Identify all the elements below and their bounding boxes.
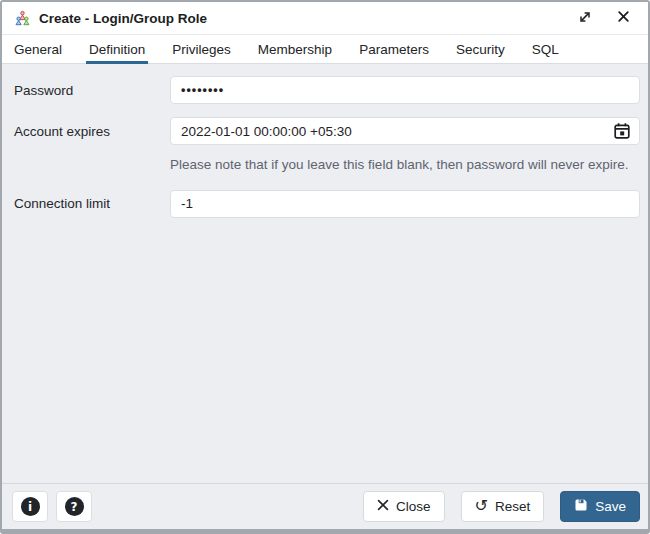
- info-icon: i: [21, 497, 40, 516]
- tab-parameters[interactable]: Parameters: [359, 35, 429, 63]
- dialog-title: Create - Login/Group Role: [39, 11, 207, 26]
- account-expires-input[interactable]: [170, 117, 640, 145]
- titlebar: Create - Login/Group Role: [2, 2, 648, 35]
- account-expires-field-wrap: [170, 117, 640, 145]
- connection-limit-row: Connection limit: [14, 190, 640, 218]
- create-login-group-role-dialog: Create - Login/Group Role General Defini…: [0, 0, 650, 534]
- tab-privileges[interactable]: Privileges: [172, 35, 231, 63]
- close-window-button[interactable]: [612, 7, 634, 29]
- tab-sql[interactable]: SQL: [532, 35, 559, 63]
- rotate-ccw-icon: ↺: [475, 498, 488, 514]
- close-icon: [617, 10, 630, 26]
- floppy-disk-icon: [574, 498, 588, 515]
- account-expires-help-text: Please note that if you leave this field…: [170, 154, 632, 177]
- calendar-icon[interactable]: [612, 121, 632, 141]
- tab-membership[interactable]: Membership: [258, 35, 332, 63]
- sql-help-button[interactable]: i: [12, 491, 48, 522]
- maximize-button[interactable]: [574, 7, 596, 29]
- tab-general[interactable]: General: [14, 35, 62, 63]
- definition-tab-panel: Password Account expires Please note t: [2, 64, 648, 483]
- save-button[interactable]: Save: [560, 491, 640, 522]
- connection-limit-label: Connection limit: [14, 196, 170, 211]
- password-input[interactable]: [170, 76, 640, 104]
- connection-limit-input[interactable]: [170, 190, 640, 218]
- save-button-label: Save: [595, 499, 626, 514]
- reset-button-label: Reset: [495, 499, 530, 514]
- password-label: Password: [14, 83, 170, 98]
- footer-actions: Close ↺ Reset Save: [363, 491, 640, 522]
- login-group-role-icon: [14, 10, 31, 26]
- tab-security[interactable]: Security: [456, 35, 505, 63]
- reset-button[interactable]: ↺ Reset: [461, 491, 545, 522]
- account-expires-label: Account expires: [14, 124, 170, 139]
- account-expires-row: Account expires: [14, 117, 640, 145]
- password-row: Password: [14, 76, 640, 104]
- tabbar: General Definition Privileges Membership…: [2, 35, 648, 64]
- dialog-help-button[interactable]: ?: [56, 491, 92, 522]
- close-button-label: Close: [396, 499, 431, 514]
- dialog-footer: i ? Close ↺ Reset: [2, 483, 648, 529]
- close-button[interactable]: Close: [363, 491, 445, 522]
- x-icon: [377, 499, 389, 514]
- question-icon: ?: [65, 497, 84, 516]
- tab-definition[interactable]: Definition: [89, 35, 145, 63]
- expand-icon: [578, 10, 592, 27]
